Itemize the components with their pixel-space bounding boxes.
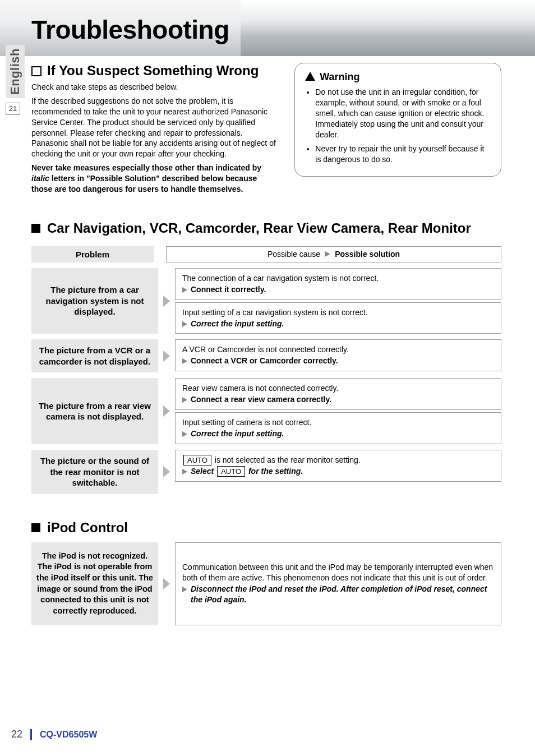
suspect-paragraph: If the described suggestions do not solv… (31, 96, 279, 159)
suspect-bold-italic: italic (31, 174, 49, 183)
solution-stack: The connection of a car navigation syste… (175, 268, 501, 334)
chevron-right-icon (163, 296, 170, 307)
arrow-right-icon (182, 587, 187, 592)
square-solid-icon (31, 523, 40, 532)
warning-heading-row: Warning (305, 70, 491, 84)
warning-triangle-icon (305, 72, 315, 81)
solution-line: Select AUTO for the setting. (182, 466, 494, 477)
solution-stack: Communication between this unit and the … (175, 542, 501, 625)
table-row: The picture from a car navigation system… (31, 268, 501, 334)
solution-line: Correct the input setting. (182, 319, 494, 329)
warning-item: Never try to repair the unit by yourself… (315, 144, 491, 165)
solution-pre: Select (191, 467, 216, 476)
chevron-cell (163, 542, 170, 625)
problem-cell: The picture from a car navigation system… (31, 268, 158, 334)
cause-text: A VCR or Camcorder is not connected corr… (182, 344, 494, 355)
table-row: The iPod is not recognized. The iPod is … (31, 542, 501, 625)
chevron-cell (163, 450, 170, 494)
arrow-right-icon (182, 358, 187, 364)
warning-box: Warning Do not use the unit in an irregu… (294, 63, 501, 177)
chevron-right-icon (163, 405, 170, 417)
side-tab: English 21 (6, 45, 25, 115)
page-title: Troubleshooting (31, 15, 501, 45)
solution-text: Connect a rear view camera correctly. (191, 394, 331, 405)
solution-column-header-wrap: Possible cause Possible solution (166, 246, 501, 262)
cause-text: Input setting of camera is not correct. (182, 417, 494, 428)
cause-text: Input setting of a car navigation system… (182, 307, 494, 318)
language-tab: English (6, 45, 25, 98)
page: English 21 Troubleshooting If You Suspec… (0, 0, 535, 756)
intro-right-column: Warning Do not use the unit in an irregu… (294, 55, 501, 177)
cause-text: The connection of a car navigation syste… (182, 273, 494, 284)
solution-post: for the setting. (246, 467, 303, 476)
arrow-right-icon (182, 431, 187, 437)
solution-text: Disconnect the iPod and reset the iPod. … (191, 584, 494, 605)
table-row: The picture from a rear view camera is n… (31, 378, 501, 444)
problem-cell: The picture from a rear view camera is n… (31, 378, 158, 444)
model-number: CQ-VD6505W (40, 730, 97, 740)
suspect-line1: Check and take steps as described below. (31, 82, 279, 93)
nav-subheading: Car Navigation, VCR, Camcorder, Rear Vie… (47, 220, 471, 236)
solution-cell: Input setting of camera is not correct. … (175, 412, 501, 444)
footer-divider (30, 729, 32, 740)
page-footer: 22 CQ-VD6505W (11, 729, 97, 740)
arrow-right-icon (182, 397, 187, 403)
cause-text-line: AUTO is not selected as the rear monitor… (182, 455, 494, 465)
problem-cell: The picture or the sound of the rear mon… (31, 450, 158, 494)
chevron-cell (163, 268, 170, 334)
nav-subheading-row: Car Navigation, VCR, Camcorder, Rear Vie… (31, 220, 501, 236)
cause-text: Rear view camera is not connected correc… (182, 383, 494, 394)
solution-cell: Communication between this unit and the … (175, 542, 501, 625)
solution-stack: AUTO is not selected as the rear monitor… (175, 450, 501, 494)
suspect-bold-prefix: Never take measures especially those oth… (31, 163, 261, 172)
problem-cell: The iPod is not recognized. The iPod is … (31, 542, 158, 625)
chevron-right-icon (163, 351, 170, 362)
possible-solution-label: Possible solution (335, 250, 400, 259)
square-outline-icon (31, 66, 41, 76)
warning-list: Do not use the unit in an irregular cond… (305, 87, 491, 164)
section-number-box: 21 (6, 103, 20, 115)
suspect-heading-row: If You Suspect Something Wrong (31, 63, 279, 79)
cause-text: is not selected as the rear monitor sett… (213, 455, 361, 464)
solution-line: Disconnect the iPod and reset the iPod. … (182, 584, 494, 605)
solution-stack: Rear view camera is not connected correc… (175, 378, 501, 444)
solution-stack: A VCR or Camcorder is not connected corr… (175, 339, 501, 372)
intro-two-columns: If You Suspect Something Wrong Check and… (31, 55, 501, 198)
arrow-right-icon (325, 251, 330, 257)
table-row: The picture from a VCR or a camcorder is… (31, 339, 501, 372)
table-row: The picture or the sound of the rear mon… (31, 450, 501, 494)
solution-line: Connect a VCR or Camcorder correctly. (182, 356, 494, 366)
suspect-bold-suffix: letters in "Possible Solution" described… (31, 174, 257, 193)
square-solid-icon (31, 224, 40, 233)
cause-text: Communication between this unit and the … (182, 562, 494, 583)
solution-text: Connect a VCR or Camcorder correctly. (191, 356, 338, 366)
chevron-right-icon (163, 466, 170, 477)
chevron-cell (163, 378, 170, 444)
solution-text: Correct the input setting. (191, 428, 284, 439)
ipod-subheading: iPod Control (47, 520, 128, 536)
solution-text: Correct the input setting. (191, 319, 284, 329)
solution-cell: Input setting of a car navigation system… (175, 302, 501, 334)
page-number: 22 (11, 729, 22, 740)
auto-chip: AUTO (217, 466, 245, 477)
solution-cell: Rear view camera is not connected correc… (175, 378, 501, 410)
suspect-bold-note: Never take measures especially those oth… (31, 163, 279, 195)
solution-cell: AUTO is not selected as the rear monitor… (175, 450, 501, 482)
warning-heading: Warning (320, 70, 359, 84)
auto-chip: AUTO (183, 455, 211, 465)
solution-cell: A VCR or Camcorder is not connected corr… (175, 339, 501, 371)
warning-item: Do not use the unit in an irregular cond… (315, 87, 491, 140)
arrow-right-icon (182, 469, 187, 474)
solution-text: Connect it correctly. (191, 284, 266, 295)
solution-text-wrap: Select AUTO for the setting. (191, 466, 303, 477)
suspect-heading: If You Suspect Something Wrong (47, 63, 259, 79)
arrow-right-icon (182, 287, 187, 293)
solution-cell: The connection of a car navigation syste… (175, 268, 501, 300)
possible-cause-label: Possible cause (268, 250, 320, 259)
arrow-right-icon (182, 321, 187, 327)
solution-line: Correct the input setting. (182, 428, 494, 439)
ipod-subheading-row: iPod Control (31, 520, 501, 536)
chevron-cell (163, 339, 170, 372)
solution-line: Connect it correctly. (182, 284, 494, 295)
intro-left-column: If You Suspect Something Wrong Check and… (31, 55, 279, 198)
